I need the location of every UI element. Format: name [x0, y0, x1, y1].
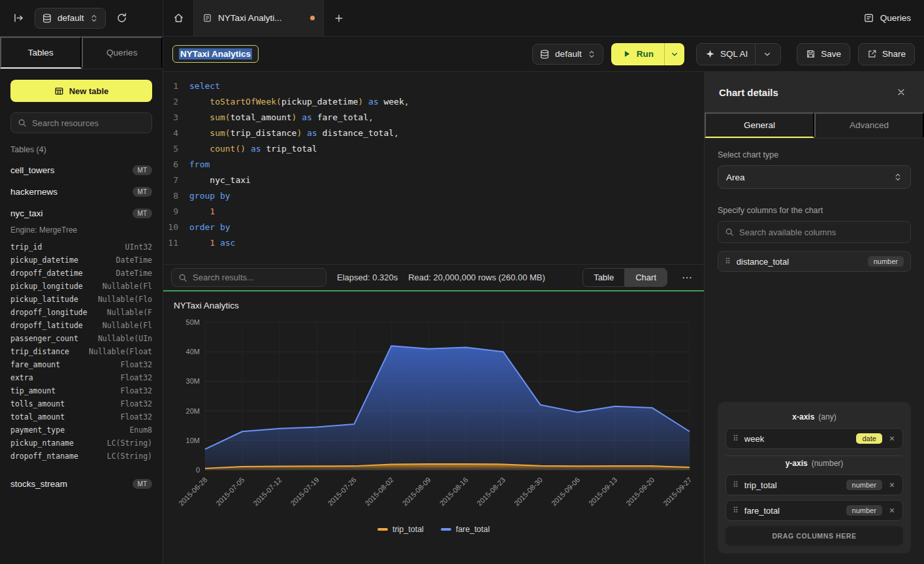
remove-icon[interactable]: × [888, 434, 896, 443]
remove-icon[interactable]: × [888, 480, 896, 489]
svg-text:2015-07-05: 2015-07-05 [214, 476, 246, 507]
view-toggle-table[interactable]: Table [583, 269, 624, 286]
legend-label: fare_total [456, 525, 490, 534]
code-line[interactable]: 1select [163, 78, 704, 94]
column-row[interactable]: tip_amountFloat32 [0, 384, 163, 397]
code-line[interactable]: 6from [163, 157, 704, 173]
drag-handle-icon[interactable]: ⠿ [733, 506, 739, 514]
select-chevrons-icon [893, 173, 902, 182]
column-pill-distance_total[interactable]: ⠿distance_totalnumber [718, 251, 911, 272]
column-row[interactable]: trip_distanceNullable(Float [0, 345, 163, 358]
legend-item-trip_total[interactable]: trip_total [377, 525, 424, 534]
drag-handle-icon[interactable]: ⠿ [733, 435, 739, 442]
column-type: LC(String) [107, 439, 152, 448]
table-row-stocks_stream[interactable]: stocks_streamMT [0, 473, 163, 495]
column-type: Nullable(UIn [98, 334, 152, 343]
tab-advanced[interactable]: Advanced [814, 112, 924, 138]
column-name: passenger_count [10, 334, 78, 343]
queries-button[interactable]: Queries [863, 12, 911, 24]
code-line[interactable]: 5 count() as trip_total [163, 141, 704, 157]
column-name: trip_distance [10, 347, 69, 356]
run-button[interactable]: Run [611, 43, 684, 65]
column-pill-trip_total[interactable]: ⠿trip_totalnumber× [725, 474, 903, 495]
results-chart[interactable]: 010M20M30M40M50M2015-06-282015-07-052015… [174, 314, 693, 525]
sidebar-tab-queries[interactable]: Queries [82, 37, 163, 69]
table-name: stocks_stream [10, 479, 67, 489]
column-row[interactable]: payment_typeEnum8 [0, 423, 163, 437]
close-panel-button[interactable] [893, 84, 910, 101]
queries-icon [863, 12, 874, 24]
column-row[interactable]: pickup_datetimeDateTime [0, 254, 163, 267]
code-line[interactable]: 11 1 asc [163, 235, 704, 251]
results-more-button[interactable]: ⋯ [678, 271, 696, 284]
column-pill-week[interactable]: ⠿weekdate× [725, 428, 903, 449]
column-row[interactable]: tolls_amountFloat32 [0, 397, 163, 410]
database-selector[interactable]: default [35, 8, 106, 29]
svg-text:2015-09-20: 2015-09-20 [624, 476, 656, 507]
available-columns: ⠿distance_totalnumber [718, 251, 911, 276]
tab-nytaxi-analytics[interactable]: NYTaxi Analyti... [193, 0, 324, 36]
column-row[interactable]: fare_amountFloat32 [0, 358, 163, 371]
refresh-button[interactable] [112, 8, 133, 29]
resources-search-input[interactable] [32, 118, 145, 128]
query-title-input[interactable]: NYTaxi Analytics [172, 45, 259, 63]
sql-ai-button[interactable]: SQL AI [696, 43, 781, 65]
code-line[interactable]: 3 sum(total_amount) as fare_total, [163, 110, 704, 125]
column-row[interactable]: pickup_longitudeNullable(Fl [0, 280, 163, 293]
view-toggle-chart[interactable]: Chart [624, 269, 667, 286]
queries-button-label: Queries [880, 13, 911, 23]
engine-badge: MT [133, 187, 152, 197]
drag-handle-icon[interactable]: ⠿ [733, 481, 739, 489]
column-row[interactable]: extraFloat32 [0, 371, 163, 384]
chart-type-select[interactable]: Area [718, 165, 911, 189]
svg-text:2015-09-27: 2015-09-27 [661, 476, 693, 507]
engine-badge: MT [133, 479, 152, 489]
topbar-right: Queries [863, 0, 924, 36]
drag-handle-icon[interactable]: ⠿ [725, 257, 731, 265]
column-name: trip_id [10, 242, 42, 252]
column-row[interactable]: total_amountFloat32 [0, 410, 163, 423]
table-name: hackernews [10, 187, 57, 197]
svg-text:2015-08-09: 2015-08-09 [401, 476, 432, 507]
pill-column-name: trip_total [744, 480, 840, 490]
table-row-cell_towers[interactable]: cell_towersMT [0, 159, 163, 181]
legend-item-fare_total[interactable]: fare_total [441, 525, 490, 534]
results-search-input[interactable] [193, 273, 319, 282]
code-line[interactable]: 10order by [163, 220, 704, 235]
column-row[interactable]: dropoff_longitudeNullable(F [0, 306, 163, 319]
column-pill-fare_total[interactable]: ⠿fare_totalnumber× [725, 500, 903, 521]
drop-zone[interactable]: DRAG COLUMNS HERE [725, 526, 903, 546]
column-type: DateTime [116, 269, 152, 278]
column-row[interactable]: dropoff_ntanameLC(String) [0, 450, 163, 463]
table-row-hackernews[interactable]: hackernewsMT [0, 181, 163, 203]
home-button[interactable] [168, 8, 189, 29]
column-row[interactable]: passenger_countNullable(UIn [0, 332, 163, 345]
pill-column-name: fare_total [744, 506, 840, 516]
column-row[interactable]: pickup_latitudeNullable(Flo [0, 293, 163, 306]
engine-badge: MT [133, 208, 152, 218]
collapse-sidebar-button[interactable] [8, 8, 29, 29]
new-table-button[interactable]: New table [10, 80, 152, 102]
column-row[interactable]: dropoff_latitudeNullable(Fl [0, 319, 163, 332]
code-line[interactable]: 2 toStartOfWeek(pickup_datetime) as week… [163, 94, 704, 110]
sidebar-tab-tables[interactable]: Tables [0, 37, 82, 69]
columns-search-input[interactable] [739, 227, 904, 237]
remove-icon[interactable]: × [888, 506, 896, 515]
save-button[interactable]: Save [797, 43, 850, 65]
sql-editor[interactable]: 1select2 toStartOfWeek(pickup_datetime) … [163, 72, 704, 264]
column-row[interactable]: pickup_ntanameLC(String) [0, 437, 163, 450]
table-row-nyc_taxi[interactable]: nyc_taxiMT [0, 203, 163, 224]
y-axis-items: ⠿trip_totalnumber×⠿fare_totalnumber× [725, 474, 903, 521]
code-line[interactable]: 8group by [163, 188, 704, 204]
tab-general[interactable]: General [705, 112, 814, 138]
share-button[interactable]: Share [858, 43, 915, 65]
column-type: Float32 [121, 360, 152, 369]
column-row[interactable]: trip_idUInt32 [0, 241, 163, 254]
code-line[interactable]: 4 sum(trip_distance) as distance_total, [163, 125, 704, 141]
code-line[interactable]: 9 1 [163, 204, 704, 220]
header-database-selector[interactable]: default [532, 44, 603, 65]
column-row[interactable]: dropoff_datetimeDateTime [0, 267, 163, 280]
code-line[interactable]: 7 nyc_taxi [163, 173, 704, 188]
new-tab-button[interactable] [328, 8, 349, 29]
run-options-caret[interactable] [664, 43, 684, 65]
